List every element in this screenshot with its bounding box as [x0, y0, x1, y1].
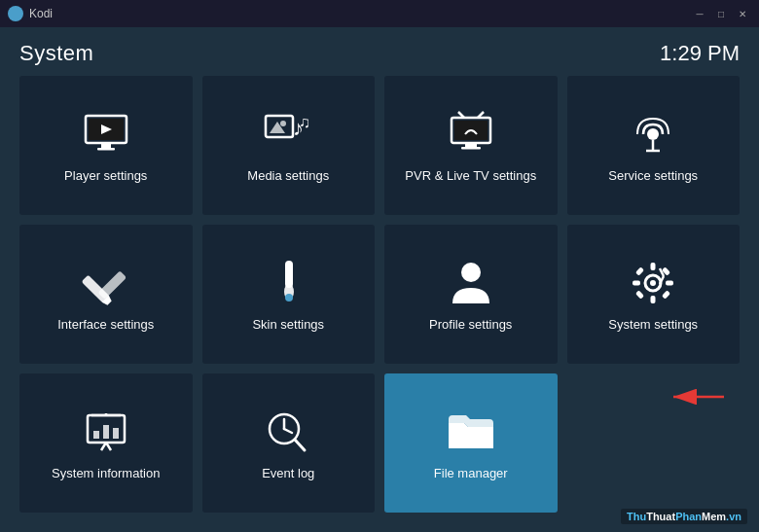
- service-settings-icon: [627, 108, 679, 160]
- player-settings-label: Player settings: [64, 168, 147, 183]
- svg-rect-28: [651, 263, 656, 270]
- svg-rect-32: [635, 266, 644, 275]
- event-log-icon: [262, 406, 314, 458]
- pvr-settings-icon: [445, 108, 497, 160]
- watermark-text4: Mem: [702, 511, 726, 522]
- page-header: System 1:29 PM: [19, 27, 740, 76]
- watermark-text3: Phan: [675, 511, 702, 522]
- player-settings-icon: [80, 108, 132, 160]
- titlebar: Kodi ─ □ ✕: [0, 0, 759, 27]
- system-information-icon: [80, 406, 132, 458]
- page-title: System: [19, 41, 93, 66]
- svg-rect-41: [113, 428, 119, 439]
- tile-event-log[interactable]: Event log: [202, 373, 376, 513]
- media-settings-icon: ♪ ♫: [262, 108, 314, 160]
- interface-settings-label: Interface settings: [57, 317, 154, 332]
- svg-rect-29: [651, 296, 656, 303]
- svg-rect-21: [97, 270, 126, 300]
- tile-service-settings[interactable]: Service settings: [567, 76, 741, 215]
- skin-settings-label: Skin settings: [252, 317, 324, 332]
- tile-skin-settings[interactable]: Skin settings: [202, 225, 376, 364]
- file-manager-label: File manager: [434, 466, 508, 480]
- interface-settings-icon: [80, 257, 132, 309]
- clock-display: 1:29 PM: [660, 41, 740, 66]
- tile-file-manager[interactable]: File manager: [384, 373, 558, 513]
- tile-media-settings[interactable]: ♪ ♫ Media settings: [202, 76, 376, 215]
- svg-point-24: [285, 294, 293, 301]
- profile-settings-icon: [445, 257, 497, 309]
- svg-rect-15: [461, 147, 481, 150]
- svg-rect-40: [103, 425, 109, 439]
- watermark-text2: Thuat: [646, 511, 675, 522]
- event-log-label: Event log: [262, 466, 314, 480]
- tile-empty: [567, 373, 741, 513]
- close-button[interactable]: ✕: [734, 6, 751, 21]
- maximize-button[interactable]: □: [712, 6, 730, 21]
- svg-point-27: [650, 280, 656, 286]
- svg-rect-35: [662, 290, 670, 299]
- titlebar-left: Kodi: [8, 6, 53, 21]
- svg-rect-4: [97, 148, 115, 151]
- svg-rect-39: [93, 431, 99, 439]
- svg-point-25: [461, 263, 481, 282]
- tile-interface-settings[interactable]: Interface settings: [19, 225, 193, 364]
- svg-text:♫: ♫: [299, 114, 310, 130]
- skin-settings-icon: [262, 257, 314, 309]
- tile-player-settings[interactable]: Player settings: [19, 76, 193, 215]
- minimize-button[interactable]: ─: [691, 6, 708, 21]
- profile-settings-label: Profile settings: [429, 317, 512, 332]
- main-content: System 1:29 PM Player settings: [0, 27, 759, 532]
- watermark: ThuThuatPhanMem.vn: [621, 509, 747, 524]
- media-settings-label: Media settings: [247, 168, 329, 183]
- settings-grid: Player settings ♪ ♫ Media settings: [19, 76, 740, 513]
- tile-pvr-settings[interactable]: PVR & Live TV settings: [384, 76, 558, 215]
- watermark-text5: .vn: [726, 511, 741, 522]
- file-manager-icon: [445, 406, 497, 458]
- system-settings-label: System settings: [608, 317, 698, 332]
- system-settings-icon: [627, 257, 679, 309]
- tile-system-information[interactable]: System information: [19, 373, 193, 513]
- service-settings-label: Service settings: [608, 168, 698, 183]
- svg-line-49: [295, 440, 305, 450]
- system-information-label: System information: [52, 466, 160, 480]
- svg-line-48: [284, 429, 292, 433]
- svg-rect-31: [666, 281, 673, 286]
- svg-rect-14: [465, 143, 477, 147]
- tile-system-settings[interactable]: System settings: [567, 225, 741, 364]
- svg-point-16: [647, 128, 659, 140]
- app-icon: [8, 6, 23, 21]
- pvr-settings-label: PVR & Live TV settings: [405, 168, 536, 183]
- titlebar-controls: ─ □ ✕: [691, 6, 751, 21]
- svg-rect-22: [285, 261, 293, 288]
- tile-profile-settings[interactable]: Profile settings: [384, 225, 558, 364]
- titlebar-title: Kodi: [29, 7, 53, 20]
- svg-rect-30: [632, 281, 640, 286]
- svg-rect-3: [101, 143, 111, 148]
- svg-rect-34: [635, 290, 644, 299]
- svg-point-7: [280, 121, 286, 126]
- watermark-text: Thu: [627, 511, 646, 522]
